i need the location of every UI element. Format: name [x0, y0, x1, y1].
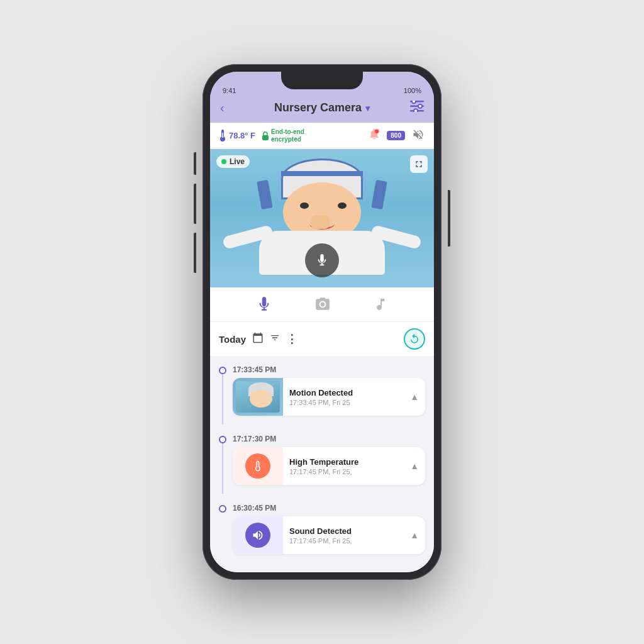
filter-icon[interactable]: [270, 333, 280, 345]
app-header: ‹ Nursery Camera ▾: [210, 97, 434, 123]
sound-event-icon: [233, 516, 283, 554]
expand-icon[interactable]: ▲: [404, 392, 425, 402]
today-label: Today: [219, 334, 246, 345]
bell-icon[interactable]: [368, 128, 380, 143]
event-thumbnail[interactable]: ▶: [233, 378, 283, 416]
timeline-dot: [219, 505, 226, 513]
phone-frame: 9:41 100% ‹ Nursery Camera ▾: [203, 64, 441, 580]
status-time: 9:41: [223, 87, 236, 94]
list-item: 17:33:45 PM ▶ Motion Detected 17:33:45 P…: [210, 363, 434, 432]
live-badge: Live: [216, 155, 250, 168]
back-button[interactable]: ‹: [220, 101, 239, 115]
timeline-dot: [219, 367, 226, 374]
svg-point-10: [375, 130, 379, 134]
header-title-group: Nursery Camera ▾: [274, 101, 370, 114]
event-timestamp: 16:30:45 PM: [233, 504, 425, 513]
more-options-button[interactable]: ⋮: [286, 332, 297, 346]
encrypt-label: End-to-end encrypted: [271, 128, 304, 143]
temperature-value: 78.8° F: [229, 131, 255, 140]
temperature-event-icon: [233, 447, 283, 485]
notch: [281, 72, 363, 89]
sound-circle: [245, 523, 270, 548]
mic-overlay-button[interactable]: [305, 243, 339, 277]
timeline-content: 17:17:30 PM High Temperature 17:17:45 P: [233, 435, 425, 485]
timeline-line: [222, 443, 223, 494]
event-card[interactable]: High Temperature 17:17:45 PM, Fri 25, ▲: [233, 447, 425, 485]
encrypt-badge: End-to-end encrypted: [262, 128, 362, 143]
timeline-content: 16:30:45 PM Sound Detected 17:17:45 PM,: [233, 504, 425, 554]
event-card[interactable]: ▶ Motion Detected 17:33:45 PM, Fri 25 ▲: [233, 378, 425, 416]
event-title: Motion Detected: [289, 388, 397, 397]
svg-point-3: [412, 101, 416, 103]
control-bar: [210, 287, 434, 322]
timeline: 17:33:45 PM ▶ Motion Detected 17:33:45 P…: [210, 357, 434, 572]
event-title: Sound Detected: [289, 526, 397, 536]
list-item: 16:30:45 PM Sound Detected 17:17:45 PM,: [210, 501, 434, 562]
fullscreen-button[interactable]: [410, 155, 428, 173]
event-info: Motion Detected 17:33:45 PM, Fri 25: [283, 383, 404, 411]
power-button[interactable]: [448, 190, 450, 247]
event-info: Sound Detected 17:17:45 PM, Fri 25,: [283, 521, 404, 550]
volume-down-button[interactable]: [194, 233, 196, 273]
event-card[interactable]: Sound Detected 17:17:45 PM, Fri 25, ▲: [233, 516, 425, 554]
timeline-dot-col: [219, 365, 226, 425]
timeline-dot: [219, 436, 226, 443]
live-label: Live: [230, 157, 245, 166]
temperature-badge: 78.8° F: [219, 130, 255, 142]
phone-screen: 9:41 100% ‹ Nursery Camera ▾: [210, 72, 434, 572]
event-timestamp: 17:33:45 PM: [233, 365, 425, 374]
camera-button[interactable]: [314, 296, 331, 313]
svg-point-4: [418, 104, 422, 108]
expand-icon[interactable]: ▲: [404, 461, 425, 471]
list-item: 17:17:30 PM High Temperature 17:17:45 P: [210, 432, 434, 501]
thumbnail-preview: [236, 381, 280, 413]
app-title: Nursery Camera: [274, 101, 362, 114]
live-dot: [221, 159, 226, 164]
timeline-line: [222, 374, 223, 425]
refresh-button[interactable]: [404, 328, 425, 350]
event-timestamp: 17:17:30 PM: [233, 435, 425, 443]
camera-feed: Live: [210, 149, 434, 287]
timeline-dot-col: [219, 435, 226, 494]
event-info: High Temperature 17:17:45 PM, Fri 25,: [283, 452, 404, 480]
timeline-dot-col: [219, 504, 226, 513]
svg-point-5: [414, 109, 418, 112]
chevron-down-icon[interactable]: ▾: [365, 103, 370, 113]
calendar-icon[interactable]: [252, 332, 264, 346]
event-time: 17:17:45 PM, Fri 25,: [289, 537, 397, 545]
event-title: High Temperature: [289, 457, 397, 467]
status-battery: 100%: [404, 87, 421, 94]
svg-rect-9: [262, 135, 269, 140]
mute-icon[interactable]: [411, 128, 425, 143]
temp-circle: [245, 453, 270, 479]
quality-badge: 800: [387, 131, 405, 140]
settings-button[interactable]: [405, 101, 424, 115]
filter-bar: Today ⋮: [210, 322, 434, 357]
expand-icon[interactable]: ▲: [404, 530, 425, 540]
info-bar: 78.8° F End-to-end encrypted 800: [210, 123, 434, 149]
event-time: 17:17:45 PM, Fri 25,: [289, 468, 397, 475]
event-time: 17:33:45 PM, Fri 25: [289, 399, 397, 406]
volume-up-button[interactable]: [194, 184, 196, 224]
mic-button[interactable]: [256, 296, 272, 313]
music-button[interactable]: [373, 296, 388, 313]
timeline-content: 17:33:45 PM ▶ Motion Detected 17:33:45 P…: [233, 365, 425, 416]
silent-button[interactable]: [194, 152, 196, 175]
